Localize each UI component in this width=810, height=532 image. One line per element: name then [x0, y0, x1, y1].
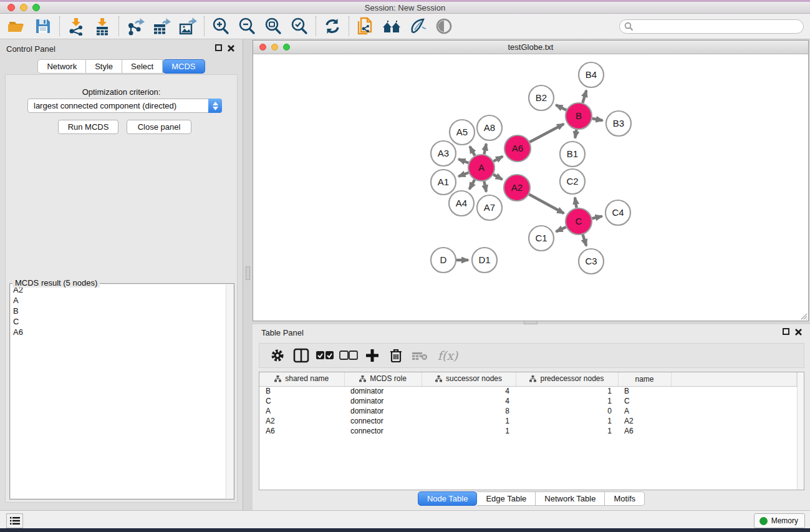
edge-A6-B[interactable]	[529, 124, 564, 142]
table-scrollbar[interactable]	[797, 372, 804, 490]
column-header-successor-nodes[interactable]: successor nodes	[422, 372, 516, 386]
node-C[interactable]: C	[566, 208, 592, 235]
network-window-titlebar[interactable]: testGlobe.txt	[253, 41, 808, 54]
import-network-button[interactable]	[63, 15, 89, 37]
edge-A-A7[interactable]	[484, 181, 486, 192]
cell[interactable]: 1	[516, 416, 618, 426]
cell[interactable]: dominator	[344, 386, 422, 396]
cell[interactable]: dominator	[344, 406, 422, 416]
edge-A2-C[interactable]	[529, 195, 564, 214]
node-B3[interactable]: B3	[606, 111, 631, 136]
mcds-result-list[interactable]: A2ABCA6	[11, 284, 226, 498]
cell[interactable]: A2	[618, 416, 671, 426]
node-C2[interactable]: C2	[560, 169, 585, 194]
node-B1[interactable]: B1	[560, 142, 585, 167]
node-B2[interactable]: B2	[529, 85, 554, 110]
tab-node-table[interactable]: Node Table	[418, 491, 478, 506]
search-input[interactable]	[619, 19, 804, 34]
column-header-shared-name[interactable]: shared name	[259, 372, 344, 386]
node-C4[interactable]: C4	[605, 200, 630, 225]
edge-A-A4[interactable]	[470, 180, 475, 189]
optimization-criterion-select[interactable]: largest connected component (directed)	[27, 99, 222, 113]
node-A2[interactable]: A2	[504, 175, 530, 201]
cell[interactable]: 1	[422, 416, 516, 426]
search-field[interactable]	[619, 19, 804, 34]
node-A4[interactable]: A4	[449, 191, 474, 216]
cell[interactable]: C	[259, 396, 344, 406]
edge-A-A8[interactable]	[484, 143, 486, 154]
node-table[interactable]: shared nameMCDS rolesuccessor nodesprede…	[259, 372, 804, 490]
cell[interactable]: 4	[422, 386, 516, 396]
open-session-button[interactable]	[4, 15, 30, 37]
edge-A-A1[interactable]	[458, 173, 468, 177]
node-A6[interactable]: A6	[504, 135, 531, 162]
cell[interactable]: connector	[344, 416, 422, 426]
export-image-button[interactable]	[175, 15, 201, 37]
resize-grip-icon[interactable]	[799, 311, 808, 320]
edge-C-C2[interactable]	[575, 198, 577, 208]
node-B[interactable]: B	[566, 103, 592, 129]
network-canvas[interactable]: B4B2BB3A8A5A6A3B1AC2A1A2A4A7C4CC1DD1C3	[253, 54, 808, 321]
table-row[interactable]: A6connector11A6	[259, 426, 797, 436]
vertical-splitter-handle[interactable]	[246, 266, 250, 280]
tab-style[interactable]: Style	[86, 59, 122, 74]
table-settings-button[interactable]	[266, 345, 289, 366]
zoom-in-button[interactable]	[208, 15, 234, 37]
cell[interactable]: connector	[344, 426, 422, 436]
mcds-result-item[interactable]: B	[11, 306, 226, 316]
import-table-button[interactable]	[89, 15, 115, 37]
mcds-result-item[interactable]: A	[11, 296, 226, 306]
save-session-button[interactable]	[30, 15, 56, 37]
cell[interactable]: B	[618, 386, 671, 396]
edge-A-A2[interactable]	[493, 175, 502, 180]
table-row[interactable]: Cdominator41C	[259, 396, 797, 406]
mcds-result-scrollbar[interactable]	[226, 284, 233, 498]
table-row[interactable]: Bdominator41B	[259, 386, 797, 396]
column-header-predecessor-nodes[interactable]: predecessor nodes	[516, 372, 618, 386]
network-from-file-button[interactable]	[352, 15, 378, 37]
delete-table-button[interactable]	[408, 345, 432, 366]
style-brush-button[interactable]	[405, 15, 431, 37]
edge-A-A5[interactable]	[470, 147, 475, 156]
tab-network[interactable]: Network	[37, 59, 86, 74]
zoom-fit-button[interactable]	[260, 15, 286, 37]
tab-mcds[interactable]: MCDS	[163, 59, 205, 74]
tab-edge-table[interactable]: Edge Table	[477, 491, 536, 506]
select-all-button[interactable]	[313, 345, 337, 366]
delete-button[interactable]	[384, 345, 408, 366]
tab-motifs[interactable]: Motifs	[605, 491, 645, 506]
export-table-button[interactable]	[148, 15, 175, 37]
split-view-button[interactable]	[289, 345, 313, 366]
zoom-selected-button[interactable]	[286, 15, 312, 37]
node-A3[interactable]: A3	[431, 141, 456, 166]
edge-C-C4[interactable]	[592, 216, 602, 219]
memory-button[interactable]: Memory	[754, 513, 805, 528]
edge-C-C3[interactable]	[583, 235, 587, 246]
node-D1[interactable]: D1	[472, 248, 497, 273]
cell[interactable]: B	[259, 386, 344, 396]
node-D[interactable]: D	[431, 248, 456, 273]
cell[interactable]: A	[618, 406, 671, 416]
cell[interactable]: 1	[422, 426, 516, 436]
table-row[interactable]: Adominator80A	[259, 406, 797, 416]
edge-A-A3[interactable]	[458, 159, 468, 163]
node-C1[interactable]: C1	[529, 226, 554, 251]
task-history-button[interactable]	[6, 513, 23, 528]
zoom-out-button[interactable]	[234, 15, 260, 37]
float-panel-icon[interactable]	[215, 44, 222, 51]
table-header-row[interactable]: shared nameMCDS rolesuccessor nodesprede…	[259, 372, 797, 386]
add-column-button[interactable]	[360, 345, 384, 366]
edge-A-A6[interactable]	[493, 157, 503, 162]
cell[interactable]: dominator	[344, 396, 422, 406]
edge-B-B1[interactable]	[575, 130, 576, 138]
node-A5[interactable]: A5	[450, 120, 475, 145]
edge-B-B3[interactable]	[592, 118, 603, 120]
deselect-all-button[interactable]	[337, 345, 360, 366]
cell[interactable]: A6	[259, 426, 344, 436]
hide-details-button[interactable]	[431, 15, 457, 37]
cell[interactable]: A	[259, 406, 344, 416]
export-network-button[interactable]	[122, 15, 148, 37]
float-table-panel-icon[interactable]	[783, 328, 789, 335]
tab-network-table[interactable]: Network Table	[536, 491, 605, 506]
node-A7[interactable]: A7	[477, 195, 502, 220]
